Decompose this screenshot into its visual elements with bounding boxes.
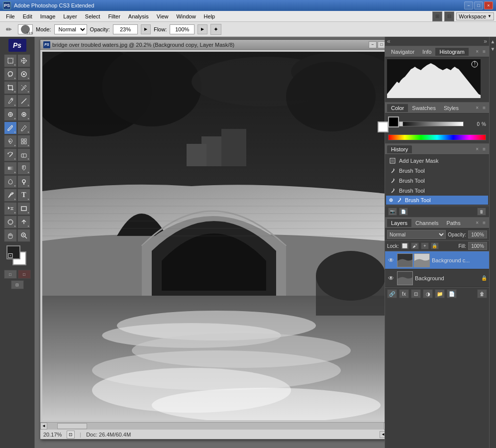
lock-position-btn[interactable]: +	[421, 242, 429, 249]
menu-help[interactable]: Help	[200, 12, 219, 20]
tab-histogram[interactable]: Histogram	[435, 48, 468, 56]
move-tool[interactable]	[17, 54, 30, 67]
mode-select[interactable]: Normal	[54, 24, 87, 34]
collapse-left-btn[interactable]: «	[387, 38, 391, 45]
3d-rotate-tool[interactable]: ▸	[4, 216, 17, 228]
h-scroll-track[interactable]	[47, 423, 384, 430]
minimize-button[interactable]: −	[464, 1, 473, 9]
pattern-stamp-tool[interactable]: ▸	[17, 135, 30, 148]
h-scroll-left-btn[interactable]: ◄	[40, 423, 47, 430]
tab-info[interactable]: Info	[418, 48, 435, 56]
close-button[interactable]: ×	[484, 1, 493, 9]
layer-item-1[interactable]: 👁 Background 🔒	[385, 269, 489, 287]
menu-edit[interactable]: Edit	[19, 12, 36, 20]
quick-mask-btn[interactable]: □	[18, 270, 31, 279]
eraser-tool[interactable]: ▸	[17, 148, 30, 161]
blend-mode-select[interactable]: Normal Multiply Screen	[387, 230, 446, 239]
menu-select[interactable]: Select	[81, 12, 104, 20]
history-close-btn[interactable]: ×	[474, 146, 480, 152]
workspace-selector[interactable]: Workspace ▼	[456, 12, 494, 20]
history-item-0[interactable]: Add Layer Mask	[386, 156, 488, 166]
opacity-input[interactable]	[113, 24, 138, 34]
side-arrow-up[interactable]: ▲	[491, 39, 496, 44]
lock-transparent-btn[interactable]: ⬜	[401, 242, 409, 249]
add-style-btn[interactable]: fx	[399, 289, 409, 298]
eyedropper-tool[interactable]: ▸	[4, 95, 17, 108]
layer-visibility-0[interactable]: 👁	[387, 256, 395, 264]
history-item-1[interactable]: Brush Tool	[386, 166, 488, 176]
maximize-button[interactable]: □	[474, 1, 483, 9]
paint-bucket-tool[interactable]: ▸	[17, 162, 30, 175]
lasso-tool[interactable]: ▸	[4, 68, 17, 81]
history-brush-tool[interactable]: ▸	[4, 148, 17, 161]
flow-arrow[interactable]: ▶	[198, 24, 207, 34]
tab-navigator[interactable]: Navigator	[387, 48, 418, 56]
menu-layer[interactable]: Layer	[59, 12, 81, 20]
tab-channels[interactable]: Channels	[411, 219, 442, 227]
standard-mode-btn[interactable]: □	[4, 270, 17, 279]
new-group-btn[interactable]: 📁	[435, 289, 445, 298]
history-snapshot-btn[interactable]: 📷	[388, 208, 397, 216]
side-arrow-down[interactable]: ▼	[491, 46, 496, 52]
add-mask-btn[interactable]: ⊡	[411, 289, 421, 298]
slice-tool[interactable]: ▸	[17, 81, 30, 94]
histogram-close-btn[interactable]: ×	[474, 48, 480, 55]
link-layers-btn[interactable]: 🔗	[387, 289, 397, 298]
h-scroll-thumb[interactable]	[57, 423, 87, 429]
menu-image[interactable]: Image	[36, 12, 60, 20]
pen-tool[interactable]: ▸	[4, 189, 17, 202]
history-new-doc-btn[interactable]: 📄	[399, 208, 408, 216]
history-menu-btn[interactable]: ≡	[481, 146, 487, 152]
new-fill-btn[interactable]: ◑	[423, 289, 433, 298]
history-delete-btn[interactable]: 🗑	[477, 208, 486, 216]
layer-visibility-1[interactable]: 👁	[387, 274, 395, 282]
path-selection-tool[interactable]: ▸	[4, 202, 17, 215]
tab-swatches[interactable]: Swatches	[408, 104, 440, 112]
color-menu-btn[interactable]: ≡	[481, 105, 487, 111]
histogram-menu-btn[interactable]: ≡	[481, 48, 487, 55]
menu-filter[interactable]: Filter	[104, 12, 124, 20]
hand-tool[interactable]	[4, 229, 17, 242]
tab-history[interactable]: History	[387, 145, 412, 153]
opacity-input[interactable]	[468, 230, 487, 238]
new-layer-btn[interactable]: 📄	[447, 289, 457, 298]
history-item-2[interactable]: Brush Tool	[386, 176, 488, 186]
brush-tool[interactable]: ▸	[4, 121, 17, 134]
nav-left-btn[interactable]: ◄	[380, 431, 385, 438]
bg-color-swatch[interactable]	[378, 121, 389, 132]
crop-tool[interactable]: ▸	[4, 81, 17, 94]
h-scroll-right-btn[interactable]: ►	[384, 423, 385, 430]
document-canvas[interactable]: OceanofFXG	[42, 52, 385, 420]
flow-input[interactable]	[170, 24, 195, 34]
3d-pan-tool[interactable]: ▸	[17, 216, 30, 228]
menu-file[interactable]: File	[2, 12, 19, 20]
tab-styles[interactable]: Styles	[440, 104, 463, 112]
k-slider[interactable]	[398, 121, 464, 126]
reset-colors-btn[interactable]: ⊡	[7, 251, 28, 266]
preview-btn[interactable]: ⊡	[67, 431, 75, 439]
delete-layer-btn[interactable]: 🗑	[477, 289, 487, 298]
dodge-tool[interactable]: ▸	[17, 175, 30, 188]
layers-menu-btn[interactable]: ≡	[481, 220, 487, 226]
shape-tool[interactable]: ▸	[17, 202, 30, 215]
tab-layers[interactable]: Layers	[387, 219, 411, 227]
text-tool[interactable]: T ▸	[17, 189, 30, 202]
menu-analysis[interactable]: Analysis	[124, 12, 153, 20]
options-btn-2[interactable]: ⊟	[444, 11, 454, 21]
menu-window[interactable]: Window	[172, 12, 199, 20]
fill-input[interactable]	[468, 242, 487, 250]
pencil-tool[interactable]: ▸	[17, 121, 30, 134]
blur-tool[interactable]: ▸	[4, 175, 17, 188]
red-eye-tool[interactable]: ▸	[17, 108, 30, 121]
color-spectrum-bar[interactable]	[388, 134, 486, 140]
ruler-tool[interactable]: ▸	[17, 95, 30, 108]
tab-color[interactable]: Color	[387, 104, 408, 112]
tab-paths[interactable]: Paths	[443, 219, 465, 227]
history-item-4[interactable]: Brush Tool	[386, 196, 488, 205]
collapse-right-btn[interactable]: »	[484, 38, 487, 45]
doc-minimize-btn[interactable]: −	[369, 41, 377, 48]
clone-stamp-tool[interactable]: ▸	[4, 135, 17, 148]
layer-item-0[interactable]: 👁	[385, 251, 489, 269]
lock-image-btn[interactable]: 🖌	[411, 242, 419, 249]
opacity-arrow[interactable]: ▶	[141, 24, 151, 34]
